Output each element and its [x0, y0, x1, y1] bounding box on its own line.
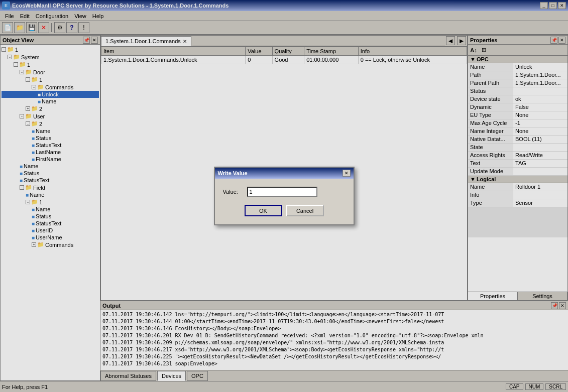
- write-value-dialog: Write Value ✕ Value: OK Cancel: [214, 167, 355, 225]
- dialog-value-label: Value:: [223, 189, 243, 195]
- dialog-buttons: OK Cancel: [223, 205, 346, 216]
- dialog-overlay: Write Value ✕ Value: OK Cancel: [0, 0, 568, 392]
- dialog-cancel-button[interactable]: Cancel: [286, 205, 324, 216]
- dialog-value-input[interactable]: [247, 187, 317, 197]
- dialog-close-button[interactable]: ✕: [343, 170, 351, 177]
- dialog-field: Value:: [223, 187, 346, 197]
- dialog-ok-button[interactable]: OK: [245, 205, 282, 216]
- dialog-title-bar: Write Value ✕: [215, 168, 354, 179]
- dialog-title-text: Write Value: [218, 170, 248, 176]
- dialog-body: Value: OK Cancel: [215, 179, 354, 224]
